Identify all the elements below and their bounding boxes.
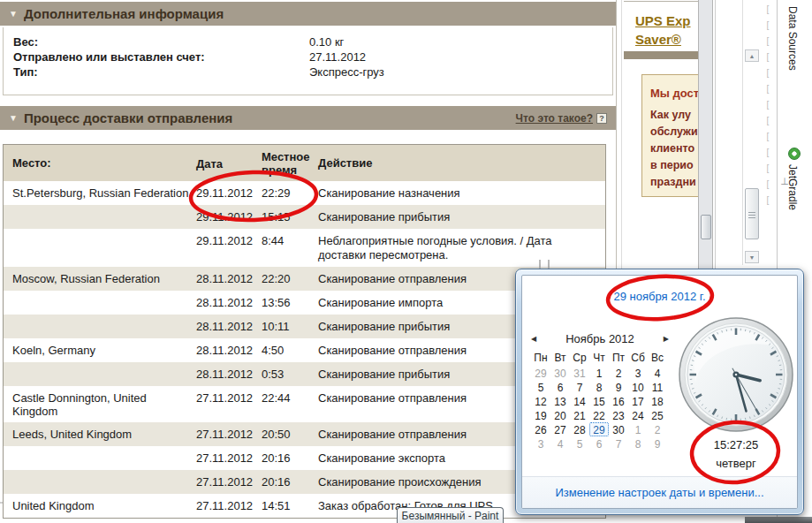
calendar-day[interactable]: 25 xyxy=(648,408,667,422)
fold-marker: [ xyxy=(761,161,775,177)
fold-marker: [ xyxy=(761,81,775,97)
calendar-day[interactable]: 26 xyxy=(531,422,550,436)
browser-scrollbar[interactable] xyxy=(698,0,713,269)
calendar-day[interactable]: 2 xyxy=(609,366,628,380)
info-row: Тип:Экспресс-груз xyxy=(4,64,612,80)
table-cell: 28.11.2012 xyxy=(193,338,260,361)
fold-marker: [ xyxy=(761,34,775,49)
table-cell: 15:15 xyxy=(260,205,316,228)
calendar-day[interactable]: 28 xyxy=(570,422,589,436)
scrollbar-grip xyxy=(748,212,755,213)
calendar-day[interactable]: 29 xyxy=(531,366,550,380)
calendar-week-row: 567891011 xyxy=(531,380,669,394)
code-fold-markers: [[[[[[[[[[[[[ xyxy=(761,2,775,214)
calendar-prev-icon[interactable]: ◀ xyxy=(531,335,545,343)
datetime-popup-body: 29 ноября 2012 г. ◀ Ноябрь 2012 ▶ ПнВтСр… xyxy=(521,275,798,509)
section-title: Дополнительная информация xyxy=(24,6,224,21)
calendar-day[interactable]: 1 xyxy=(589,366,609,380)
info-label: Вес: xyxy=(4,34,309,49)
promo-text-line: обслужи xyxy=(650,124,698,140)
calendar-day[interactable]: 8 xyxy=(628,436,648,451)
calendar-day[interactable]: 30 xyxy=(609,422,628,436)
calendar-day[interactable]: 30 xyxy=(550,366,570,380)
calendar-day[interactable]: 9 xyxy=(648,436,667,451)
collapse-triangle-icon: ▼ xyxy=(9,113,18,123)
calendar-day[interactable]: 6 xyxy=(550,380,570,394)
promo-text-line: Как улу xyxy=(650,107,698,124)
section-header-additional-info[interactable]: ▼ Дополнительная информация xyxy=(0,2,616,26)
calendar-day[interactable]: 4 xyxy=(550,436,570,451)
full-date-label[interactable]: 29 ноября 2012 г. xyxy=(522,290,797,303)
promo-text-line: клиенто xyxy=(650,140,698,157)
table-cell: 20:50 xyxy=(260,422,316,445)
table-row: 29.11.201215:15Сканирование прибытия xyxy=(4,205,605,229)
table-header-cell: Место: xyxy=(4,156,193,170)
scrollbar-thumb[interactable] xyxy=(745,188,759,239)
scroll-up-icon[interactable]: ▲ xyxy=(745,49,759,62)
jetgradle-icon xyxy=(788,148,801,160)
calendar-day[interactable]: 15 xyxy=(589,394,609,408)
calendar-day[interactable]: 27 xyxy=(550,422,570,436)
calendar-day[interactable]: 20 xyxy=(550,408,570,422)
calendar-week-row: 262728293012 xyxy=(531,422,669,436)
section-header-delivery-progress[interactable]: ▼ Процесс доставки отправления Что это т… xyxy=(0,106,616,130)
calendar-day[interactable]: 21 xyxy=(570,408,589,422)
calendar-day[interactable]: 7 xyxy=(570,380,589,394)
calendar-day[interactable]: 4 xyxy=(648,366,667,380)
calendar-day[interactable]: 17 xyxy=(628,394,648,408)
calendar-day[interactable]: 9 xyxy=(609,380,628,394)
calendar-day[interactable]: 22 xyxy=(589,408,609,422)
calendar-day[interactable]: 31 xyxy=(570,366,589,380)
calendar-day[interactable]: 3 xyxy=(628,366,648,380)
calendar-day[interactable]: 24 xyxy=(628,408,648,422)
change-datetime-settings-link[interactable]: Изменение настроек даты и времени... xyxy=(555,486,763,499)
calendar-grid: 2930311234567891011121314151617181920212… xyxy=(531,366,669,451)
scroll-down-icon[interactable]: ▼ xyxy=(745,251,759,263)
calendar-weekday: Пт xyxy=(609,352,628,364)
calendar-day[interactable]: 16 xyxy=(609,394,628,408)
calendar-day-selected[interactable]: 29 xyxy=(589,422,609,436)
calendar-week-row: 2930311234 xyxy=(531,366,669,380)
table-cell: 27.11.2012 xyxy=(193,470,260,493)
table-cell: 29.11.2012 xyxy=(193,181,260,204)
calendar-day[interactable]: 8 xyxy=(589,380,609,394)
ide-scrollbar[interactable]: ▲ ▼ xyxy=(745,49,759,262)
what-is-this-link[interactable]: Что это такое? xyxy=(516,112,593,125)
table-header-cell: Дата xyxy=(193,152,260,175)
calendar-day[interactable]: 23 xyxy=(609,408,628,422)
calendar-day[interactable]: 11 xyxy=(648,380,667,394)
calendar-day[interactable]: 5 xyxy=(531,380,550,394)
help-question-icon[interactable]: ? xyxy=(596,113,607,124)
calendar-month-label[interactable]: Ноябрь 2012 xyxy=(545,332,655,345)
calendar-day[interactable]: 18 xyxy=(648,394,667,408)
calendar-day[interactable]: 12 xyxy=(531,394,550,408)
promo-text-line: праздни xyxy=(650,174,698,191)
calendar-day[interactable]: 13 xyxy=(550,394,570,408)
dock-tab-jetgradle[interactable]: JetGradle xyxy=(786,164,799,210)
calendar-next-icon[interactable]: ▶ xyxy=(655,335,669,343)
table-cell: United Kingdom xyxy=(4,494,193,517)
calendar-day[interactable]: 1 xyxy=(628,422,648,436)
calendar-day[interactable]: 5 xyxy=(570,436,589,451)
info-label: Тип: xyxy=(4,64,309,80)
fold-marker: [ xyxy=(761,177,775,193)
scrollbar-thumb[interactable] xyxy=(701,215,711,239)
table-cell: Moscow, Russian Federation xyxy=(4,267,193,290)
table-header-row: Место:ДатаМестное времяДействие xyxy=(4,145,605,181)
dock-tab-data-sources[interactable]: Data Sources xyxy=(786,6,799,71)
info-value: 0.10 кг xyxy=(309,34,344,49)
calendar-day[interactable]: 3 xyxy=(531,436,550,451)
table-cell: 29.11.2012 xyxy=(193,229,260,252)
calendar-day[interactable]: 6 xyxy=(589,436,609,451)
calendar-day[interactable]: 7 xyxy=(609,436,628,451)
calendar-day[interactable]: 10 xyxy=(628,380,648,394)
fold-marker: [ xyxy=(761,193,775,208)
info-row: Отправлено или выставлен счет:27.11.2012 xyxy=(4,49,612,64)
ups-express-saver-link[interactable]: UPS ExpSaver® xyxy=(624,2,698,49)
dock-handle-icon[interactable]: ⊥ xyxy=(778,175,791,187)
calendar-week-row: 3456789 xyxy=(531,436,669,451)
calendar-day[interactable]: 2 xyxy=(648,422,667,436)
calendar-day[interactable]: 19 xyxy=(531,408,550,422)
calendar-day[interactable]: 14 xyxy=(570,394,589,408)
paint-window-tab[interactable]: Безымянный - Paint xyxy=(397,507,504,523)
